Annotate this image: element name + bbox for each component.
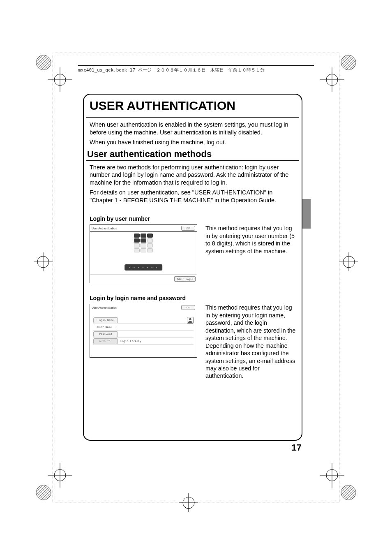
page-title: USER AUTHENTICATION [90, 99, 299, 113]
content-frame: USER AUTHENTICATION When user authentica… [83, 94, 302, 441]
content-inner: USER AUTHENTICATION When user authentica… [84, 99, 302, 380]
page: mxc401_us_qck.book 17 ページ ２００８年１０月１６日 木曜… [0, 0, 392, 555]
s2-body: Login Name User Name : Password [90, 311, 197, 357]
s2-user-name-label: User Name [97, 326, 112, 329]
svg-point-22 [341, 485, 356, 500]
hatch-mark-bottom-right [340, 484, 357, 501]
method1-row: User Authentication OK ------- Adm [86, 224, 299, 283]
reg-mark-right-mid [339, 252, 358, 271]
section-rule [86, 160, 299, 161]
s2-header: User Authentication OK [90, 304, 197, 311]
method1-screenshot: User Authentication OK ------- Adm [90, 224, 197, 283]
svg-point-15 [36, 485, 51, 500]
method1-description: This method requires that you log in by … [205, 224, 297, 255]
s2-login-name-row: Login Name [93, 317, 194, 324]
s2-password-button[interactable]: Password [93, 331, 118, 337]
s2-user-name-colon: : [116, 326, 118, 329]
s2-ok-button[interactable]: OK [181, 305, 195, 310]
svg-point-0 [189, 318, 191, 320]
s2-user-name-row: User Name : [93, 324, 194, 331]
header-slug: mxc401_us_qck.book 17 ページ ２００８年１０月１６日 木曜… [78, 65, 314, 73]
s2-password-row: Password [93, 331, 194, 338]
section-heading: User authentication methods [86, 149, 299, 160]
section-body-2: For details on user authentication, see … [90, 189, 296, 204]
hatch-mark-top-right [340, 54, 357, 71]
method2-heading: Login by login name and password [90, 295, 299, 301]
s1-keypad[interactable] [134, 234, 153, 252]
method1-heading: Login by user number [90, 215, 299, 222]
s2-login-locally: Login Locally [120, 340, 141, 343]
svg-point-1 [36, 55, 51, 70]
s1-title: User Authentication [92, 227, 117, 230]
svg-point-12 [343, 256, 355, 268]
section-body-1: There are two methods for performing use… [90, 164, 296, 187]
s1-body: ------- [90, 232, 197, 275]
side-tab [302, 199, 311, 229]
method2-screenshot: User Authentication OK Login Name User [90, 304, 197, 358]
reg-mark-left-mid [34, 252, 53, 271]
s1-digits: ------- [125, 264, 162, 271]
person-icon[interactable] [187, 317, 194, 324]
s1-header: User Authentication OK [90, 225, 197, 232]
svg-point-9 [37, 256, 49, 268]
method2-description: This method requires that you log in by … [205, 304, 297, 380]
hatch-mark-top-left [35, 54, 52, 71]
s1-ok-button[interactable]: OK [181, 226, 195, 231]
hatch-mark-bottom-left [35, 484, 52, 501]
page-number: 17 [292, 442, 302, 453]
s2-login-name-button[interactable]: Login Name [93, 317, 118, 323]
method2-row: User Authentication OK Login Name User [86, 304, 299, 380]
intro-text-2: When you have finished using the machine… [90, 139, 296, 146]
s2-authto-row: Auth to: Login Locally [93, 338, 194, 345]
title-rule [86, 117, 299, 118]
s2-authto-button[interactable]: Auth to: [93, 338, 118, 344]
intro-text-1: When user authentication is enabled in t… [90, 121, 296, 136]
s2-title: User Authentication [92, 306, 117, 309]
svg-point-5 [341, 55, 356, 70]
s1-admin-login-button[interactable]: Admin Login [174, 276, 196, 282]
s1-footer: Admin Login [90, 275, 197, 283]
